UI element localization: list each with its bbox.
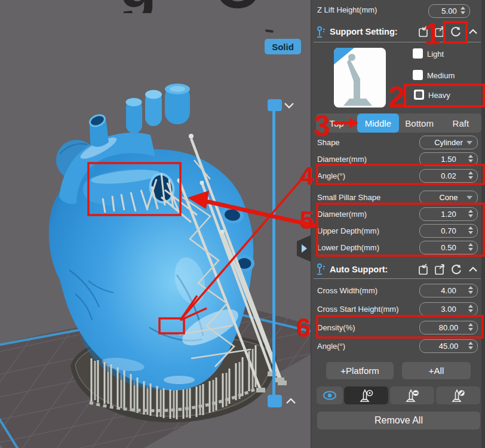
lower-depth-value: 0.50 (441, 243, 456, 252)
add-platform-supports-button[interactable]: +Platform (326, 362, 394, 379)
cross-width-spinner[interactable]: 4.00 (419, 284, 478, 297)
density-value: 80.00 (439, 323, 459, 332)
panel-scrollbar[interactable] (481, 0, 485, 448)
layer-slider-track[interactable] (272, 105, 275, 398)
triangle-right-icon (300, 243, 308, 254)
auto-support-title: Auto Support: (330, 265, 388, 274)
angle-label: Angle(°) (317, 171, 345, 180)
upper-depth-value: 0.70 (441, 226, 456, 235)
reset-defaults-icon[interactable] (449, 25, 462, 38)
as-angle-value: 45.00 (439, 342, 459, 351)
small-pillar-shape-dropdown[interactable]: Cone (419, 191, 478, 204)
collapse-section-icon[interactable] (468, 27, 478, 36)
support-setting-title: Support Setting: (330, 27, 398, 36)
support-setting-icon (315, 26, 328, 39)
support-preview-image (334, 48, 386, 108)
sp-diameter-spinner[interactable]: 1.20 (419, 207, 478, 221)
as-angle-spinner[interactable]: 45.00 (419, 339, 478, 353)
cross-width-value: 4.00 (441, 286, 456, 295)
preset-medium-label: Medium (427, 71, 455, 80)
chevron-down-icon[interactable] (283, 100, 296, 111)
spinner-arrows[interactable] (461, 7, 465, 14)
diameter-spinner[interactable]: 1.50 (419, 152, 478, 166)
viewport-3d-canvas[interactable] (0, 0, 311, 448)
add-all-supports-button[interactable]: +All (402, 362, 471, 379)
solid-view-button[interactable]: Solid (265, 39, 301, 54)
shape-dropdown[interactable]: Cylinder (419, 136, 478, 149)
spinner-arrows[interactable] (468, 155, 473, 162)
export-profile-icon[interactable] (434, 25, 447, 38)
remove-all-supports-button[interactable]: Remove All (317, 412, 480, 429)
spinner-arrows[interactable] (468, 342, 473, 349)
upper-depth-spinner[interactable]: 0.70 (419, 224, 478, 238)
chevron-up-icon[interactable] (284, 395, 297, 406)
lower-depth-label: Lower Depth(mm) (317, 243, 379, 252)
support-settings-panel: Z Lift Height(mm) 5.00 Support Setting: (311, 0, 485, 448)
cross-start-height-label: Cross Start Height(mm) (317, 305, 399, 314)
edit-support-button[interactable] (436, 386, 480, 404)
shape-value: Cylinder (434, 138, 463, 147)
toggle-support-visibility-button[interactable] (317, 386, 343, 404)
section-divider (314, 42, 481, 42)
dropdown-caret-icon (466, 196, 472, 200)
z-lift-height-value: 5.00 (441, 7, 456, 16)
collapse-section-icon[interactable] (468, 265, 478, 274)
tab-middle[interactable]: Middle (357, 113, 398, 133)
tab-raft[interactable]: Raft (440, 113, 481, 133)
spinner-arrows[interactable] (468, 286, 473, 294)
cross-width-label: Cross Width(mm) (317, 286, 377, 295)
support-edit-icon (450, 388, 466, 403)
density-spinner[interactable]: 80.00 (419, 321, 478, 335)
add-single-support-button[interactable] (344, 386, 388, 404)
eye-icon (322, 390, 337, 401)
preset-heavy-checkbox[interactable] (414, 90, 424, 100)
angle-value: 0.02 (441, 171, 456, 180)
spinner-arrows[interactable] (468, 243, 473, 251)
as-angle-label: Angle(°) (317, 342, 345, 351)
spinner-arrows[interactable] (468, 210, 473, 217)
cropped-heading-text: g O (84, 0, 299, 13)
support-preset-thumbnail (334, 48, 386, 108)
shape-label: Shape (317, 138, 340, 147)
preset-light-checkbox[interactable] (413, 48, 423, 59)
reset-defaults-icon[interactable] (450, 263, 463, 276)
z-lift-height-spinner[interactable]: 5.00 (428, 4, 470, 18)
cross-start-height-spinner[interactable]: 3.00 (419, 302, 478, 316)
export-profile-icon[interactable] (434, 263, 447, 276)
tab-top[interactable]: Top (316, 113, 357, 133)
layer-slider-handle-top[interactable] (268, 99, 282, 111)
small-pillar-shape-label: Small Pillar Shape (317, 193, 380, 202)
spinner-arrows[interactable] (468, 305, 473, 312)
density-label: Density(%) (317, 323, 355, 332)
support-section-tabs: Top Middle Bottom Raft (316, 113, 481, 133)
support-delete-icon (404, 388, 420, 403)
small-pillar-shape-value: Cone (439, 193, 458, 202)
spinner-arrows[interactable] (468, 226, 473, 234)
import-profile-icon[interactable] (418, 263, 431, 276)
lower-depth-spinner[interactable]: 0.50 (419, 241, 478, 254)
upper-depth-label: Upper Depth(mm) (317, 226, 379, 235)
diameter-value: 1.50 (441, 155, 456, 164)
cross-start-height-value: 3.00 (441, 305, 456, 314)
import-profile-icon[interactable] (418, 25, 431, 38)
tab-bottom[interactable]: Bottom (399, 113, 440, 133)
dropdown-caret-icon (466, 141, 472, 145)
slicer-window: g O Solid Z Lift Height(mm) 5.00 Support… (0, 0, 485, 448)
support-add-icon (358, 388, 374, 403)
delete-support-button[interactable] (390, 386, 434, 404)
preset-light-label: Light (427, 50, 444, 59)
layer-slider-handle-bottom[interactable] (268, 395, 282, 407)
spinner-arrows[interactable] (468, 323, 473, 331)
z-lift-height-label: Z Lift Height(mm) (317, 5, 377, 14)
sp-diameter-label: Diameter(mm) (317, 210, 367, 219)
auto-support-icon (315, 263, 328, 276)
angle-spinner[interactable]: 0.02 (419, 169, 478, 183)
preset-heavy-label: Heavy (428, 91, 450, 100)
preset-medium-checkbox[interactable] (413, 70, 423, 80)
section-divider (314, 278, 481, 279)
spinner-arrows[interactable] (468, 171, 473, 179)
diameter-label: Diameter(mm) (317, 155, 367, 164)
sp-diameter-value: 1.20 (441, 210, 456, 219)
